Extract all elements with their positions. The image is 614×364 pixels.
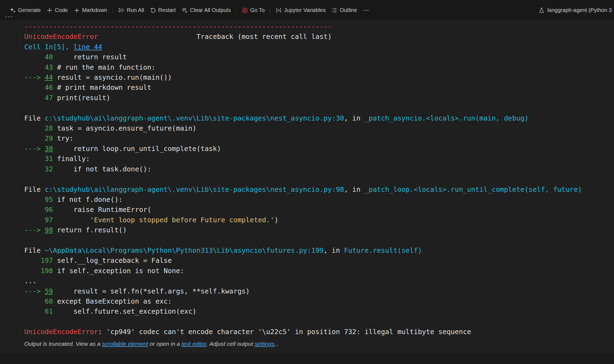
line-number: ---> [24, 287, 45, 295]
jupyter-variables-button[interactable]: Jupyter Variables [273, 3, 329, 18]
traceback-line: ---> 98 return f.result() [24, 225, 614, 235]
code-text [24, 155, 45, 163]
code-text: , in [344, 114, 364, 122]
file-path-link[interactable]: _patch_loop.<locals>.run_until_complete(… [364, 186, 582, 193]
code-text [24, 134, 45, 142]
cell-bottom-gap [0, 353, 614, 364]
traceback-line: 32 if not task.done(): [24, 164, 614, 174]
code-text [53, 216, 90, 224]
add-markdown-cell-button-label: Markdown [82, 7, 107, 13]
cell-toolbar-ellipsis[interactable]: ⋯ [5, 13, 13, 21]
traceback-line: 40 return result [24, 52, 614, 62]
outline-button[interactable]: Outline [329, 3, 360, 18]
toolbar-separator [236, 7, 236, 14]
traceback-line: 197 self.__log_traceback = False [24, 255, 614, 266]
code-text [24, 53, 45, 61]
add-code-cell-button[interactable]: Code [44, 3, 71, 18]
goto-failed-cell-button-label: Go To [250, 7, 265, 13]
code-text [24, 216, 45, 224]
traceback-line: ---> 59 result = self.fn(*self.args, **s… [24, 286, 614, 296]
line-number: 197 [41, 257, 53, 264]
code-text [24, 307, 45, 315]
outline-button-label: Outline [340, 7, 357, 13]
kernel-icon [539, 7, 545, 13]
traceback-line: 60 except BaseException as exc: [24, 296, 614, 306]
file-path-link[interactable]: Cell In[5], [24, 43, 69, 51]
line-number: 47 [45, 94, 53, 102]
toolbar-actions: GenerateCodeMarkdownRun AllRestartClear … [7, 3, 372, 18]
line-number: 60 [45, 297, 53, 305]
code-text: self.future.set_exception(exc) [53, 307, 196, 315]
plus-icon [47, 7, 53, 13]
kernel-picker-label: langgraph-agent (Python 3 [547, 7, 612, 13]
goto-error-icon [242, 7, 248, 13]
file-path-link[interactable]: _patch_asyncio.<locals>.run(main, debug) [364, 114, 528, 122]
code-text [24, 257, 41, 264]
line-number: ---> [24, 226, 45, 234]
traceback-output: ----------------------------------------… [0, 21, 614, 337]
code-text [24, 84, 45, 91]
code-text: if self._exception is not None: [53, 267, 184, 275]
source-line-link[interactable]: 30 [45, 145, 53, 153]
line-number: 95 [45, 196, 53, 203]
code-text [24, 196, 45, 203]
source-line-link[interactable]: 44 [45, 73, 53, 81]
string-literal: 'Event loop stopped before Future comple… [90, 216, 274, 224]
run-all-button[interactable]: Run All [115, 3, 147, 18]
traceback-line: 29 try: [24, 133, 614, 143]
line-number: 198 [41, 267, 53, 275]
restart-icon [150, 7, 156, 13]
traceback-line: 198 if self._exception is not None: [24, 266, 614, 276]
file-path-link[interactable]: ~\AppData\Local\Programs\Python\Python31… [45, 246, 324, 254]
add-markdown-cell-button[interactable]: Markdown [71, 3, 110, 18]
more-actions-button[interactable] [360, 3, 372, 18]
code-text: , in [324, 246, 344, 254]
restart-kernel-button[interactable]: Restart [147, 3, 179, 18]
line-number: 61 [45, 307, 53, 315]
truncation-text: Output is truncated. View as a [24, 341, 102, 347]
code-text: ) [274, 216, 278, 224]
truncation-link[interactable]: scrollable element [102, 341, 148, 347]
traceback-line: 43 # run the main function: [24, 62, 614, 72]
code-text: return result [53, 53, 127, 61]
traceback-line: 47 print(result) [24, 93, 614, 103]
code-text: , in [344, 186, 364, 193]
traceback-line: UnicodeEncodeError: 'cp949' codec can't … [24, 327, 614, 337]
file-path-link[interactable]: Future.result(self) [344, 246, 422, 254]
traceback-line: ----------------------------------------… [24, 21, 614, 32]
code-text: File [24, 246, 45, 254]
traceback-line [24, 174, 614, 184]
clear-all-outputs-button[interactable]: Clear All Outputs [179, 3, 234, 18]
truncation-link[interactable]: settings [255, 341, 274, 347]
code-text: File [24, 186, 45, 193]
line-number: 31 [45, 155, 53, 163]
code-text: if not task.done(): [53, 165, 151, 173]
code-text [24, 267, 41, 275]
code-text [24, 94, 45, 102]
source-line-link[interactable]: line 44 [74, 43, 102, 51]
goto-failed-cell-button[interactable]: Go To [239, 3, 268, 18]
code-text [98, 33, 196, 41]
code-text: result = asyncio.run(main()) [53, 73, 172, 81]
truncation-text: . Adjust cell output [206, 341, 255, 347]
kernel-picker[interactable]: langgraph-agent (Python 3 [536, 3, 614, 18]
file-path-link[interactable]: c:\studyhub\ai\langgraph-agent\.venv\Lib… [45, 114, 344, 122]
code-text: finally: [53, 155, 90, 163]
source-line-link[interactable]: 98 [45, 226, 53, 234]
code-text: : 'cp949' codec can't encode character '… [98, 328, 471, 336]
file-path-link[interactable]: c:\studyhub\ai\langgraph-agent\.venv\Lib… [45, 186, 344, 193]
source-line-link[interactable]: 59 [45, 287, 53, 295]
traceback-line [24, 235, 614, 245]
code-text: if not f.done(): [53, 196, 123, 203]
notebook-toolbar: GenerateCodeMarkdownRun AllRestartClear … [0, 0, 614, 21]
traceback-line: File ~\AppData\Local\Programs\Python\Pyt… [24, 245, 614, 255]
clear-all-outputs-button-label: Clear All Outputs [190, 7, 231, 13]
code-text: result = self.fn(*self.args, **self.kwar… [53, 287, 250, 295]
line-number: 96 [45, 206, 53, 214]
code-text: return f.result() [53, 226, 127, 234]
clear-outputs-icon [182, 7, 188, 13]
line-number: 43 [45, 63, 53, 71]
truncation-link[interactable]: text editor [181, 341, 206, 347]
code-text: # run the main function: [53, 63, 155, 71]
code-text: ... [24, 277, 37, 285]
